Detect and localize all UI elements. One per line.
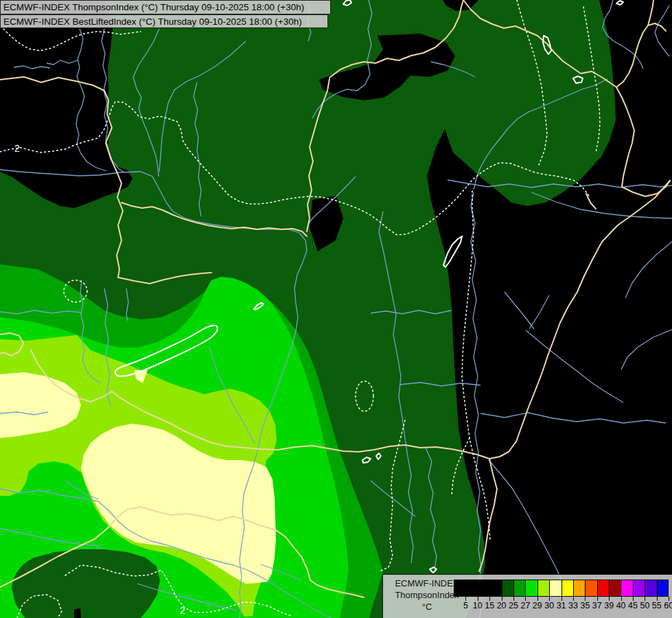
legend-tick-label: 45 — [628, 601, 638, 610]
legend-tick-label: 40 — [616, 601, 626, 610]
legend-tick-label: 55 — [652, 601, 662, 610]
legend-tick-label: 25 — [509, 601, 518, 610]
legend-tick-label: 29 — [533, 601, 542, 610]
legend-tick-label: 50 — [640, 601, 649, 610]
legend-tick-label: 39 — [604, 601, 614, 610]
region-thompson-27-29-hole — [29, 488, 65, 531]
legend-swatch — [621, 580, 632, 597]
legend-swatch — [502, 580, 513, 597]
legend-color-scale — [454, 580, 669, 597]
legend-swatch — [597, 580, 609, 597]
legend-unit-label: °C — [389, 601, 465, 613]
legend-tick-label: 33 — [568, 601, 578, 610]
legend-swatch — [465, 580, 477, 597]
legend-swatch — [489, 580, 501, 597]
contour-label-south: 2 — [180, 605, 185, 616]
legend-swatch — [537, 580, 549, 597]
legend-swatch — [549, 580, 561, 597]
legend-swatch — [645, 580, 656, 597]
legend-swatch — [633, 580, 645, 597]
contour-label-northwest: 2 — [14, 143, 20, 154]
legend-tick-label: 27 — [520, 601, 530, 610]
legend-swatch — [478, 580, 489, 597]
legend-swatch — [561, 580, 573, 597]
legend-tick-label: 10 — [473, 601, 483, 610]
weather-map: 2 2 — [0, 0, 672, 618]
legend-tick-label: 30 — [544, 601, 554, 610]
weather-map-page: { "titles": { "line1": "ECMWF-INDEX Thom… — [0, 0, 672, 618]
map-title-thompson-index: ECMWF-INDEX ThompsonIndex (°C) Thursday … — [0, 0, 331, 14]
legend-swatch — [657, 580, 669, 597]
map-title-best-lifted-index: ECMWF-INDEX BestLiftedIndex (°C) Thursda… — [0, 14, 328, 28]
legend-swatch — [525, 580, 537, 597]
legend-tick-label: 60 — [664, 601, 672, 610]
legend-swatch — [513, 580, 525, 597]
legend-swatch — [609, 580, 621, 597]
legend-swatch — [573, 580, 585, 597]
legend-tick-label: 37 — [592, 601, 602, 610]
legend: ECMWF-INDEX ThompsonIndex °C 51015202527… — [382, 574, 672, 618]
legend-swatch — [454, 580, 465, 597]
legend-swatch — [585, 580, 596, 597]
legend-tick-label: 5 — [463, 601, 468, 610]
legend-tick-label: 35 — [580, 601, 590, 610]
legend-tick-label: 20 — [497, 601, 507, 610]
black-region-bottom-notch — [74, 608, 81, 618]
legend-tick-label: 15 — [485, 601, 494, 610]
legend-tick-label: 31 — [557, 601, 566, 610]
